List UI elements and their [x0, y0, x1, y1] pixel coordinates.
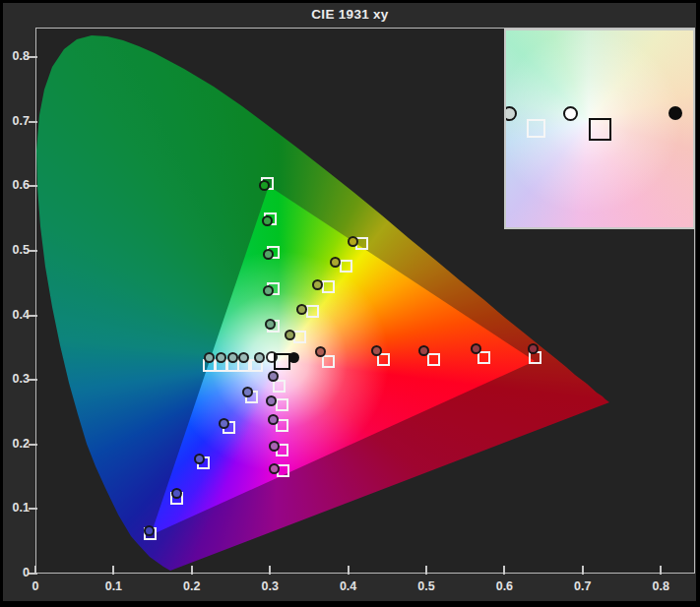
inset-circle-marker — [504, 106, 517, 121]
y-tick-label: 0.4 — [0, 308, 30, 324]
y-tick-label: 0.2 — [0, 437, 30, 453]
y-tick-label: 0.5 — [0, 243, 30, 259]
x-tick-label: 0.1 — [92, 579, 135, 595]
y-tick-label: 0.8 — [0, 49, 30, 65]
x-axis-tick — [269, 566, 271, 575]
x-tick-label: 0.5 — [405, 579, 448, 595]
x-tick-label: 0.7 — [561, 579, 605, 595]
x-tick-label: 0.3 — [248, 579, 291, 595]
inset-square-marker — [527, 119, 545, 138]
chart-stage: CIE 1931 xy 00.10.20.30.40.50.60.70.800.… — [0, 0, 700, 607]
inset-circle-marker — [563, 106, 578, 121]
x-axis-tick — [425, 566, 427, 575]
y-tick-label: 0.3 — [0, 372, 30, 388]
app-window: CIE 1931 xy 00.10.20.30.40.50.60.70.800.… — [0, 0, 700, 607]
x-axis-tick — [112, 566, 114, 575]
y-tick-label: 0.6 — [0, 178, 30, 194]
x-axis-tick — [582, 566, 584, 575]
x-tick-label: 0.2 — [170, 579, 214, 595]
x-tick-label: 0.4 — [327, 579, 370, 595]
x-axis-tick — [660, 566, 662, 575]
white-point-zoom-inset — [504, 29, 695, 229]
inset-square-marker — [589, 118, 611, 141]
x-axis-tick — [348, 566, 350, 575]
y-tick-label: 0 — [0, 566, 30, 581]
y-tick-label: 0.7 — [0, 114, 30, 130]
x-tick-label: 0.8 — [639, 579, 682, 595]
inset-circle-marker — [668, 106, 682, 120]
x-tick-label: 0.6 — [482, 579, 526, 595]
x-axis-tick — [503, 566, 505, 575]
y-tick-label: 0.1 — [0, 501, 30, 516]
x-tick-label: 0 — [14, 579, 57, 595]
x-axis-tick — [191, 566, 193, 575]
